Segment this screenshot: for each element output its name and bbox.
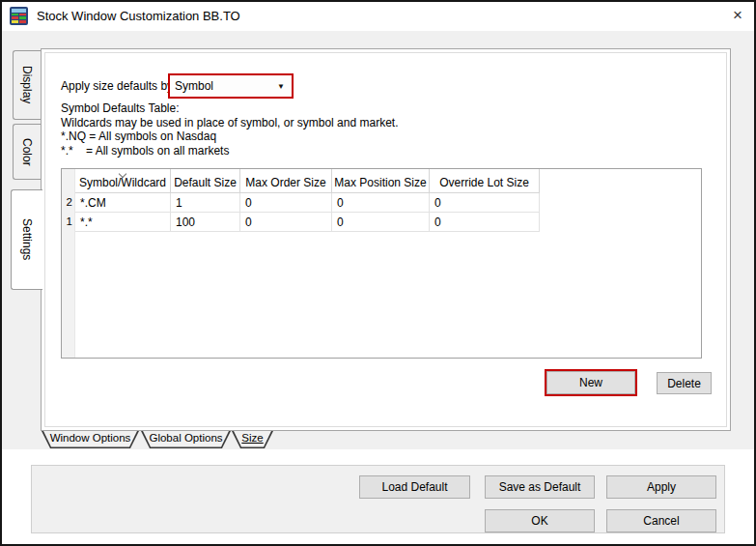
ok-button[interactable]: OK [485,509,595,532]
cell-max-order-size[interactable]: 0 [240,213,332,232]
tab-settings[interactable]: Settings [11,189,42,290]
column-header-max-order-size[interactable]: Max Order Size [240,169,332,193]
table-row[interactable]: 2 *.CM 1 0 0 0 [62,193,540,213]
cell-symbol[interactable]: *.CM [75,193,171,213]
window-title: Stock Window Customization BB.TO [37,9,240,23]
load-default-button[interactable]: Load Default [359,475,470,499]
tab-size[interactable]: Size [232,431,273,448]
tab-display[interactable]: Display [13,50,41,120]
dropdown-value: Symbol [175,79,277,93]
table-row[interactable]: 1 *.* 100 0 0 0 [62,213,540,232]
row-number: 1 [62,213,75,232]
symbol-defaults-table[interactable]: Symbol/Wildcard Default Size Max Order S… [61,168,702,359]
cell-symbol[interactable]: *.* [75,213,171,232]
column-header-default-size[interactable]: Default Size [171,169,240,193]
cancel-button[interactable]: Cancel [606,509,716,532]
save-as-default-button[interactable]: Save as Default [485,475,595,499]
info-line-wildcards: Wildcards may be used in place of symbol… [61,116,398,130]
info-line-all-markets: *.* = All symbols on all markets [61,144,398,158]
title-bar: Stock Window Customization BB.TO × [2,0,754,31]
symbol-defaults-info: Symbol Defaults Table: Wildcards may be … [61,101,398,158]
table-header-row: Symbol/Wildcard Default Size Max Order S… [62,169,540,193]
close-icon[interactable]: × [721,0,754,30]
row-number: 2 [62,193,75,213]
apply-size-defaults-label: Apply size defaults by: [61,73,176,99]
tab-size-label: Size [232,431,273,448]
chevron-down-icon: ▼ [277,82,285,91]
cell-default-size[interactable]: 1 [171,193,240,213]
cell-default-size[interactable]: 100 [171,213,240,232]
tab-color[interactable]: Color [13,124,41,180]
column-header-override-lot-size[interactable]: Override Lot Size [430,169,540,193]
tab-color-label: Color [20,138,34,166]
settings-panel: Apply size defaults by: Symbol ▼ Symbol … [41,48,731,431]
cell-override-lot-size[interactable]: 0 [430,193,540,213]
stock-window-customization-dialog: Stock Window Customization BB.TO × Displ… [0,0,756,546]
tab-display-label: Display [20,66,34,103]
tab-settings-label: Settings [20,218,34,260]
apply-size-defaults-dropdown[interactable]: Symbol ▼ [168,73,294,99]
info-line-nasdaq: *.NQ = All symbols on Nasdaq [61,129,398,144]
delete-button[interactable]: Delete [657,372,712,394]
cell-max-order-size[interactable]: 0 [240,193,332,213]
tab-window-options[interactable]: Window Options [42,431,139,448]
column-header-max-position-size[interactable]: Max Position Size [332,169,430,193]
tab-window-options-label: Window Options [42,431,139,448]
sort-descending-icon[interactable] [119,171,126,178]
tab-global-options[interactable]: Global Options [141,431,231,448]
app-icon [10,7,28,25]
apply-button[interactable]: Apply [606,475,716,499]
new-button[interactable]: New [546,371,635,394]
cell-max-position-size[interactable]: 0 [332,193,430,213]
new-button-highlight: New [545,369,637,396]
cell-max-position-size[interactable]: 0 [332,213,430,232]
tab-global-options-label: Global Options [141,431,231,448]
info-line-title: Symbol Defaults Table: [61,101,398,116]
cell-override-lot-size[interactable]: 0 [430,213,540,232]
